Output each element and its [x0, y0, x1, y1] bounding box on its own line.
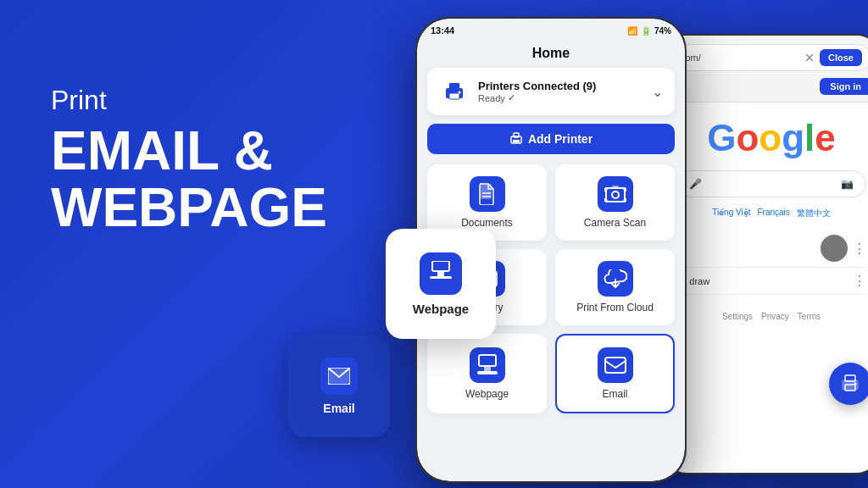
- language-row: Tiếng Việt Français 繁體中文: [676, 208, 866, 219]
- svg-rect-30: [477, 371, 498, 374]
- headline-line2: WEBPAGE: [51, 180, 327, 236]
- printer-status: Ready ✓: [478, 92, 643, 103]
- more-icon-2[interactable]: ⋮: [853, 273, 866, 289]
- documents-icon: [470, 176, 505, 212]
- cloud-icon: [598, 261, 633, 297]
- svg-point-8: [459, 92, 461, 94]
- camera-scan-item[interactable]: Camera Scan: [555, 164, 675, 241]
- email-float-card[interactable]: Email: [288, 336, 390, 437]
- url-text: com/: [681, 53, 804, 63]
- settings-link[interactable]: Settings: [722, 312, 753, 321]
- documents-label: Documents: [461, 217, 513, 229]
- result-item-1[interactable]: es ⋮: [676, 230, 866, 268]
- battery-icon: 🔋: [641, 26, 651, 36]
- battery-pct: 74%: [654, 26, 671, 36]
- email-float-icon: [320, 358, 358, 395]
- webpage-grid-label: Webpage: [465, 388, 509, 400]
- checkmark-icon: ✓: [508, 92, 515, 103]
- webpage-float-icon: [420, 252, 462, 295]
- camera-scan-label: Camera Scan: [584, 217, 646, 229]
- headline: EMAIL & WEBPAGE: [51, 123, 327, 236]
- webpage-item[interactable]: Webpage: [427, 334, 547, 413]
- svg-rect-17: [612, 186, 619, 189]
- privacy-row: Settings Privacy Terms: [676, 312, 866, 321]
- svg-rect-28: [479, 355, 496, 366]
- wifi-icon: 📶: [627, 26, 637, 36]
- browser-results: es ⋮ nd draw ⋮: [676, 230, 866, 295]
- svg-point-37: [854, 383, 857, 385]
- status-time: 13:44: [431, 25, 454, 36]
- svg-rect-4: [430, 276, 452, 279]
- webpage-float-card[interactable]: Webpage: [386, 229, 496, 339]
- result-item-2[interactable]: nd draw ⋮: [676, 268, 866, 295]
- svg-rect-10: [514, 133, 519, 137]
- status-right: 📶 🔋 74%: [627, 26, 671, 36]
- sign-in-button[interactable]: Sign in: [820, 78, 868, 95]
- printer-icon: [439, 76, 470, 107]
- browser-top-bar: com/ Close Sign in: [663, 36, 868, 103]
- svg-rect-6: [449, 83, 459, 89]
- phone-home-header: Home: [417, 42, 685, 68]
- phone-status-bar: 13:44 📶 🔋 74%: [417, 19, 685, 42]
- mic-icon[interactable]: 🎤: [689, 178, 702, 190]
- print-from-cloud-item[interactable]: Print From Cloud: [555, 249, 675, 325]
- browser-url-bar[interactable]: com/ Close: [671, 44, 868, 71]
- svg-rect-2: [432, 261, 449, 271]
- print-from-cloud-label: Print From Cloud: [576, 302, 654, 313]
- svg-rect-7: [449, 93, 459, 99]
- add-printer-button[interactable]: Add Printer: [427, 124, 675, 154]
- headline-line1: EMAIL &: [51, 123, 327, 180]
- email-grid-label: Email: [602, 388, 627, 400]
- svg-point-16: [612, 191, 619, 198]
- svg-rect-11: [513, 140, 520, 142]
- search-bar[interactable]: 🎤 📷: [676, 170, 866, 197]
- more-icon-1[interactable]: ⋮: [853, 241, 866, 257]
- terms-link[interactable]: Terms: [798, 312, 821, 321]
- browser-mockup: com/ Close Sign in Google 🎤 📷 Tiếng Việt: [661, 34, 868, 474]
- svg-rect-29: [484, 366, 491, 371]
- result-thumb-1: [821, 235, 848, 262]
- print-fab-button[interactable]: [829, 363, 868, 405]
- svg-rect-31: [605, 358, 626, 373]
- printer-status-card[interactable]: Printers Connected (9) Ready ✓ ⌄: [427, 68, 675, 115]
- left-promo-section: Print EMAIL & WEBPAGE: [51, 85, 327, 236]
- google-logo: Google: [676, 119, 866, 157]
- printer-title: Printers Connected (9): [478, 80, 643, 92]
- email-item[interactable]: Email: [555, 334, 675, 413]
- lens-icon[interactable]: 📷: [841, 178, 854, 190]
- grid-row-3: Webpage Email: [427, 334, 675, 413]
- chevron-down-icon[interactable]: ⌄: [652, 84, 663, 100]
- svg-rect-3: [437, 271, 444, 276]
- x-icon[interactable]: [804, 53, 815, 63]
- email-float-label: Email: [323, 402, 354, 415]
- printer-info: Printers Connected (9) Ready ✓: [478, 80, 643, 103]
- browser-toolbar: Sign in: [671, 76, 868, 97]
- add-printer-label: Add Printer: [528, 132, 593, 146]
- svg-rect-15: [606, 188, 625, 202]
- print-label: Print: [51, 85, 327, 116]
- lang-zh[interactable]: 繁體中文: [797, 208, 831, 219]
- lang-viet[interactable]: Tiếng Việt: [712, 208, 750, 219]
- lang-fr[interactable]: Français: [758, 208, 790, 219]
- email-grid-icon: [598, 347, 633, 383]
- webpage-grid-icon: [470, 347, 505, 383]
- webpage-float-label: Webpage: [413, 302, 469, 316]
- close-button[interactable]: Close: [820, 49, 862, 66]
- browser-content: Google 🎤 📷 Tiếng Việt Français 繁體中文 es ⋮…: [663, 103, 868, 338]
- camera-scan-icon: [598, 176, 633, 212]
- privacy-link[interactable]: Privacy: [761, 312, 789, 321]
